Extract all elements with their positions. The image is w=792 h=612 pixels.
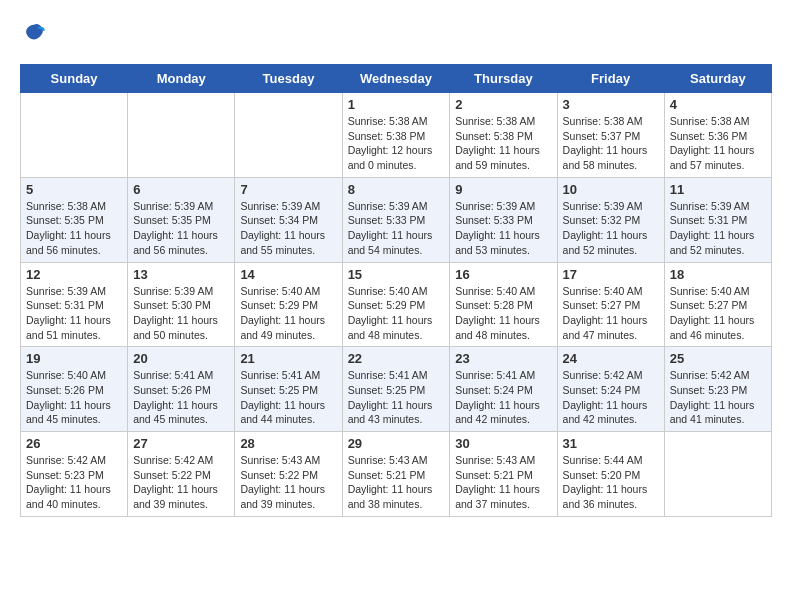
cell-info: Sunrise: 5:39 AMSunset: 5:32 PMDaylight:… bbox=[563, 199, 659, 258]
cell-info-line: Sunset: 5:29 PM bbox=[240, 298, 336, 313]
cell-info: Sunrise: 5:40 AMSunset: 5:26 PMDaylight:… bbox=[26, 368, 122, 427]
cell-info-line: Sunrise: 5:39 AM bbox=[348, 199, 445, 214]
calendar-week-row: 26Sunrise: 5:42 AMSunset: 5:23 PMDayligh… bbox=[21, 432, 772, 517]
day-number: 27 bbox=[133, 436, 229, 451]
day-number: 7 bbox=[240, 182, 336, 197]
cell-info: Sunrise: 5:39 AMSunset: 5:34 PMDaylight:… bbox=[240, 199, 336, 258]
calendar-header-row: SundayMondayTuesdayWednesdayThursdayFrid… bbox=[21, 65, 772, 93]
cell-info-line: Sunrise: 5:39 AM bbox=[563, 199, 659, 214]
cell-info-line: Sunset: 5:31 PM bbox=[26, 298, 122, 313]
day-number: 20 bbox=[133, 351, 229, 366]
calendar-cell: 4Sunrise: 5:38 AMSunset: 5:36 PMDaylight… bbox=[664, 93, 771, 178]
cell-info-line: Sunset: 5:26 PM bbox=[133, 383, 229, 398]
day-number: 11 bbox=[670, 182, 766, 197]
cell-info-line: Sunrise: 5:39 AM bbox=[133, 284, 229, 299]
cell-info-line: Sunset: 5:21 PM bbox=[348, 468, 445, 483]
day-header-friday: Friday bbox=[557, 65, 664, 93]
cell-info-line: Sunrise: 5:38 AM bbox=[670, 114, 766, 129]
cell-info: Sunrise: 5:38 AMSunset: 5:36 PMDaylight:… bbox=[670, 114, 766, 173]
cell-info-line: Daylight: 11 hours and 58 minutes. bbox=[563, 143, 659, 172]
calendar-cell: 8Sunrise: 5:39 AMSunset: 5:33 PMDaylight… bbox=[342, 177, 450, 262]
cell-info-line: Sunset: 5:35 PM bbox=[133, 213, 229, 228]
cell-info-line: Sunset: 5:28 PM bbox=[455, 298, 551, 313]
cell-info-line: Daylight: 11 hours and 56 minutes. bbox=[26, 228, 122, 257]
cell-info-line: Daylight: 11 hours and 37 minutes. bbox=[455, 482, 551, 511]
cell-info: Sunrise: 5:41 AMSunset: 5:25 PMDaylight:… bbox=[348, 368, 445, 427]
cell-info: Sunrise: 5:42 AMSunset: 5:23 PMDaylight:… bbox=[670, 368, 766, 427]
cell-info-line: Sunset: 5:32 PM bbox=[563, 213, 659, 228]
calendar-cell: 23Sunrise: 5:41 AMSunset: 5:24 PMDayligh… bbox=[450, 347, 557, 432]
day-header-thursday: Thursday bbox=[450, 65, 557, 93]
cell-info-line: Sunrise: 5:41 AM bbox=[348, 368, 445, 383]
cell-info-line: Sunrise: 5:40 AM bbox=[455, 284, 551, 299]
cell-info: Sunrise: 5:44 AMSunset: 5:20 PMDaylight:… bbox=[563, 453, 659, 512]
cell-info-line: Sunrise: 5:41 AM bbox=[455, 368, 551, 383]
cell-info-line: Sunset: 5:27 PM bbox=[670, 298, 766, 313]
calendar-cell: 1Sunrise: 5:38 AMSunset: 5:38 PMDaylight… bbox=[342, 93, 450, 178]
calendar-cell: 26Sunrise: 5:42 AMSunset: 5:23 PMDayligh… bbox=[21, 432, 128, 517]
cell-info-line: Daylight: 11 hours and 51 minutes. bbox=[26, 313, 122, 342]
cell-info: Sunrise: 5:43 AMSunset: 5:21 PMDaylight:… bbox=[348, 453, 445, 512]
day-number: 30 bbox=[455, 436, 551, 451]
cell-info: Sunrise: 5:39 AMSunset: 5:33 PMDaylight:… bbox=[348, 199, 445, 258]
cell-info-line: Daylight: 11 hours and 36 minutes. bbox=[563, 482, 659, 511]
cell-info: Sunrise: 5:39 AMSunset: 5:31 PMDaylight:… bbox=[670, 199, 766, 258]
calendar-cell: 28Sunrise: 5:43 AMSunset: 5:22 PMDayligh… bbox=[235, 432, 342, 517]
calendar-cell: 20Sunrise: 5:41 AMSunset: 5:26 PMDayligh… bbox=[128, 347, 235, 432]
calendar-cell: 24Sunrise: 5:42 AMSunset: 5:24 PMDayligh… bbox=[557, 347, 664, 432]
calendar-cell bbox=[664, 432, 771, 517]
cell-info-line: Sunset: 5:20 PM bbox=[563, 468, 659, 483]
cell-info: Sunrise: 5:39 AMSunset: 5:31 PMDaylight:… bbox=[26, 284, 122, 343]
cell-info-line: Daylight: 12 hours and 0 minutes. bbox=[348, 143, 445, 172]
day-number: 10 bbox=[563, 182, 659, 197]
cell-info-line: Sunrise: 5:39 AM bbox=[26, 284, 122, 299]
calendar-cell: 2Sunrise: 5:38 AMSunset: 5:38 PMDaylight… bbox=[450, 93, 557, 178]
cell-info: Sunrise: 5:40 AMSunset: 5:28 PMDaylight:… bbox=[455, 284, 551, 343]
cell-info-line: Daylight: 11 hours and 40 minutes. bbox=[26, 482, 122, 511]
cell-info: Sunrise: 5:39 AMSunset: 5:30 PMDaylight:… bbox=[133, 284, 229, 343]
day-number: 8 bbox=[348, 182, 445, 197]
calendar-table: SundayMondayTuesdayWednesdayThursdayFrid… bbox=[20, 64, 772, 517]
day-number: 13 bbox=[133, 267, 229, 282]
day-header-wednesday: Wednesday bbox=[342, 65, 450, 93]
day-number: 4 bbox=[670, 97, 766, 112]
cell-info: Sunrise: 5:42 AMSunset: 5:22 PMDaylight:… bbox=[133, 453, 229, 512]
cell-info-line: Sunset: 5:35 PM bbox=[26, 213, 122, 228]
cell-info: Sunrise: 5:41 AMSunset: 5:25 PMDaylight:… bbox=[240, 368, 336, 427]
page-header bbox=[20, 20, 772, 48]
logo-bird-icon bbox=[20, 20, 48, 48]
calendar-cell: 31Sunrise: 5:44 AMSunset: 5:20 PMDayligh… bbox=[557, 432, 664, 517]
cell-info: Sunrise: 5:43 AMSunset: 5:21 PMDaylight:… bbox=[455, 453, 551, 512]
cell-info-line: Sunset: 5:27 PM bbox=[563, 298, 659, 313]
cell-info-line: Daylight: 11 hours and 47 minutes. bbox=[563, 313, 659, 342]
calendar-cell: 5Sunrise: 5:38 AMSunset: 5:35 PMDaylight… bbox=[21, 177, 128, 262]
day-header-saturday: Saturday bbox=[664, 65, 771, 93]
cell-info-line: Sunset: 5:37 PM bbox=[563, 129, 659, 144]
cell-info-line: Daylight: 11 hours and 52 minutes. bbox=[563, 228, 659, 257]
cell-info-line: Sunset: 5:38 PM bbox=[455, 129, 551, 144]
day-number: 25 bbox=[670, 351, 766, 366]
cell-info-line: Sunset: 5:30 PM bbox=[133, 298, 229, 313]
cell-info-line: Sunrise: 5:39 AM bbox=[455, 199, 551, 214]
cell-info-line: Sunset: 5:29 PM bbox=[348, 298, 445, 313]
cell-info-line: Daylight: 11 hours and 46 minutes. bbox=[670, 313, 766, 342]
calendar-cell: 30Sunrise: 5:43 AMSunset: 5:21 PMDayligh… bbox=[450, 432, 557, 517]
day-number: 21 bbox=[240, 351, 336, 366]
day-number: 22 bbox=[348, 351, 445, 366]
cell-info-line: Daylight: 11 hours and 59 minutes. bbox=[455, 143, 551, 172]
cell-info-line: Daylight: 11 hours and 45 minutes. bbox=[26, 398, 122, 427]
cell-info: Sunrise: 5:40 AMSunset: 5:29 PMDaylight:… bbox=[348, 284, 445, 343]
cell-info: Sunrise: 5:40 AMSunset: 5:29 PMDaylight:… bbox=[240, 284, 336, 343]
cell-info-line: Sunset: 5:25 PM bbox=[348, 383, 445, 398]
cell-info-line: Sunset: 5:24 PM bbox=[455, 383, 551, 398]
day-number: 9 bbox=[455, 182, 551, 197]
cell-info-line: Sunset: 5:23 PM bbox=[670, 383, 766, 398]
cell-info-line: Daylight: 11 hours and 56 minutes. bbox=[133, 228, 229, 257]
cell-info-line: Daylight: 11 hours and 55 minutes. bbox=[240, 228, 336, 257]
day-number: 18 bbox=[670, 267, 766, 282]
cell-info: Sunrise: 5:42 AMSunset: 5:23 PMDaylight:… bbox=[26, 453, 122, 512]
cell-info-line: Daylight: 11 hours and 42 minutes. bbox=[455, 398, 551, 427]
cell-info: Sunrise: 5:41 AMSunset: 5:24 PMDaylight:… bbox=[455, 368, 551, 427]
day-number: 5 bbox=[26, 182, 122, 197]
cell-info-line: Daylight: 11 hours and 50 minutes. bbox=[133, 313, 229, 342]
